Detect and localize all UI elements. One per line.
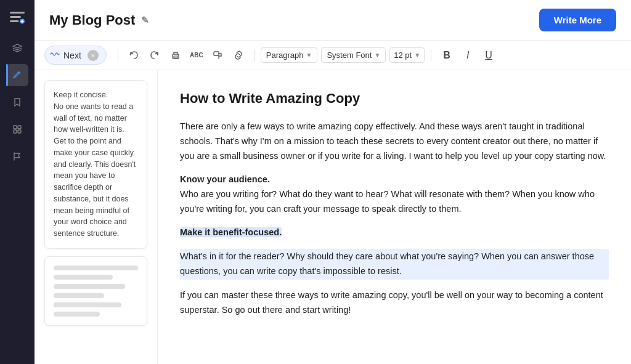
placeholder-card: [44, 256, 147, 326]
font-size-label: 12 pt: [394, 51, 412, 60]
toolbar-history-section: ABC: [124, 46, 248, 65]
placeholder-line-4: [54, 293, 104, 298]
spellcheck-icon: ABC: [190, 52, 203, 59]
edit-title-icon[interactable]: ✎: [141, 15, 149, 26]
header: My Blog Post ✎ Write More: [35, 0, 631, 41]
font-label: System Font: [327, 51, 372, 60]
editor-title: How to Write Amazing Copy: [180, 87, 609, 110]
svg-rect-11: [214, 52, 219, 55]
main-content: My Blog Post ✎ Write More Next ×: [35, 0, 631, 364]
italic-button[interactable]: I: [458, 46, 477, 65]
undo-button[interactable]: [124, 46, 143, 65]
bold-button[interactable]: B: [438, 46, 456, 65]
benefit-focused-heading: Make it benefit-focused.: [180, 227, 282, 237]
next-pill-close-button[interactable]: ×: [88, 50, 99, 61]
page-title: My Blog Post: [49, 12, 135, 28]
svg-rect-0: [10, 12, 25, 14]
sidebar-logo[interactable]: [7, 7, 27, 27]
toolbar-divider-2: [254, 49, 254, 62]
font-dropdown-arrow: ▼: [374, 52, 380, 59]
editor-paragraph-conclusion: If you can master these three ways to wr…: [180, 288, 609, 318]
next-pill-label: Next: [63, 51, 81, 60]
editor-paragraph-benefit-body: What's in it for the reader? Why should …: [180, 249, 609, 280]
sidebar-panel: Keep it concise. No one wants to read a …: [35, 70, 158, 364]
toolbar: Next ×: [35, 41, 631, 70]
placeholder-line-5: [54, 302, 121, 307]
font-size-arrow: ▼: [414, 52, 420, 59]
toolbar-divider-3: [431, 49, 431, 62]
svg-rect-7: [18, 130, 21, 133]
text-format-section: B I U: [438, 46, 498, 65]
font-size-dropdown[interactable]: 12 pt ▼: [389, 47, 425, 63]
tip-card-text: Keep it concise. No one wants to read a …: [54, 91, 136, 238]
editor-area[interactable]: How to Write Amazing Copy There are only…: [158, 70, 631, 364]
underline-button[interactable]: U: [479, 46, 498, 65]
print-button[interactable]: [166, 46, 185, 65]
placeholder-line-3: [54, 284, 125, 289]
placeholder-line-2: [54, 275, 113, 280]
editor-paragraph-intro: There are only a few ways to write amazi…: [180, 119, 609, 164]
next-pill-wave-icon: [50, 49, 60, 61]
svg-rect-5: [18, 126, 21, 129]
sidebar-item-layers[interactable]: [6, 37, 28, 59]
paragraph-dropdown-arrow: ▼: [306, 52, 312, 59]
sidebar-item-edit[interactable]: [6, 64, 28, 86]
paragraph-dropdown[interactable]: Paragraph ▼: [261, 47, 318, 63]
svg-rect-1: [10, 16, 21, 18]
content-area: Keep it concise. No one wants to read a …: [35, 70, 631, 364]
spellcheck-button[interactable]: ABC: [187, 46, 206, 65]
link-button[interactable]: [229, 46, 248, 65]
paragraph-label: Paragraph: [266, 51, 304, 60]
sidebar-item-puzzle[interactable]: [6, 118, 28, 140]
placeholder-line-6: [54, 312, 100, 317]
know-audience-heading: Know your audience.: [180, 174, 270, 184]
svg-point-10: [177, 55, 178, 55]
format-painter-button[interactable]: [208, 46, 227, 65]
sidebar-item-flag[interactable]: [6, 145, 28, 168]
placeholder-lines: [54, 265, 138, 317]
redo-button[interactable]: [145, 46, 164, 65]
editor-paragraph-benefit-heading: Make it benefit-focused.: [180, 225, 609, 240]
sidebar-item-bookmark[interactable]: [6, 91, 28, 113]
editor-paragraph-know-audience: Know your audience. Who are you writing …: [180, 172, 609, 217]
next-pill[interactable]: Next ×: [44, 46, 107, 65]
tip-card: Keep it concise. No one wants to read a …: [44, 80, 147, 249]
write-more-button[interactable]: Write More: [539, 9, 616, 31]
header-title-group: My Blog Post ✎: [49, 12, 149, 28]
svg-rect-4: [14, 126, 17, 129]
font-dropdown[interactable]: System Font ▼: [321, 47, 386, 63]
placeholder-line-1: [54, 265, 138, 270]
svg-rect-9: [174, 56, 177, 58]
toolbar-divider-1: [118, 49, 118, 62]
sidebar: [0, 0, 35, 364]
svg-rect-6: [14, 130, 17, 133]
